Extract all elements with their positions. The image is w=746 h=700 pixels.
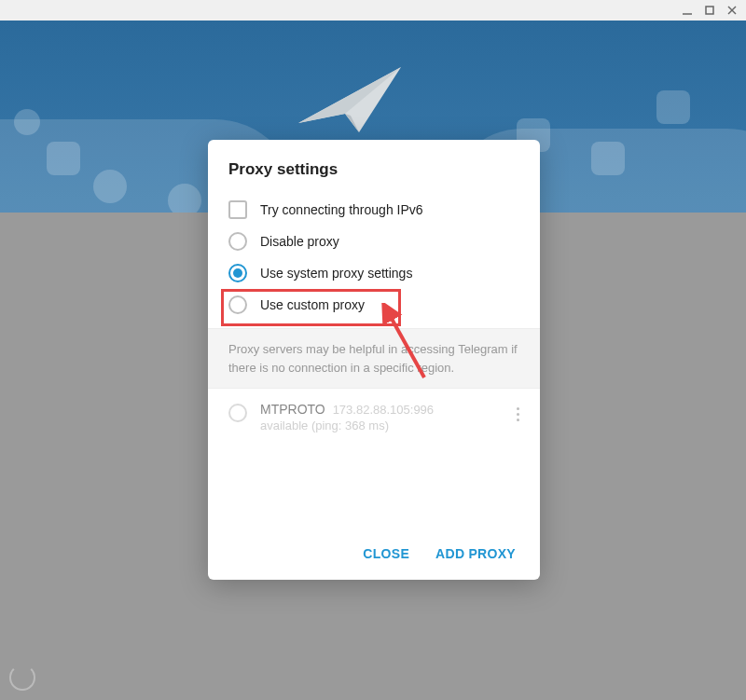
- photo-icon: [591, 142, 625, 175]
- proxy-item[interactable]: MTPROTO 173.82.88.105:996 available (pin…: [228, 402, 527, 432]
- proxy-protocol: MTPROTO: [260, 402, 325, 417]
- option-disable-proxy[interactable]: Disable proxy: [228, 226, 519, 257]
- proxy-settings-dialog: Proxy settings Try connecting through IP…: [208, 140, 540, 580]
- proxy-info-text: Proxy servers may be helpful in accessin…: [208, 328, 540, 389]
- paper-plane-icon: [289, 58, 410, 142]
- more-options-icon[interactable]: [508, 402, 527, 421]
- option-custom-proxy[interactable]: Use custom proxy: [228, 289, 519, 321]
- minimize-button[interactable]: [681, 4, 694, 17]
- radio-icon: [228, 232, 247, 251]
- proxy-status: available (ping: 368 ms): [260, 419, 508, 432]
- loading-spinner-icon[interactable]: [9, 665, 35, 691]
- dialog-footer: CLOSE ADD PROXY: [208, 529, 540, 580]
- maximize-button[interactable]: [703, 4, 716, 17]
- camera-icon: [168, 184, 201, 213]
- radio-icon: [228, 295, 247, 314]
- option-label: Use custom proxy: [260, 297, 365, 312]
- checkbox-icon: [228, 200, 247, 219]
- window-titlebar: [0, 0, 746, 21]
- proxy-address: 173.82.88.105:996: [333, 403, 434, 417]
- option-label: Disable proxy: [260, 234, 339, 249]
- proxy-list: MTPROTO 173.82.88.105:996 available (pin…: [208, 389, 540, 529]
- radio-icon: [228, 404, 247, 422]
- proxy-options: Try connecting through IPv6 Disable prox…: [208, 194, 540, 328]
- svg-rect-1: [706, 7, 713, 14]
- dialog-title: Proxy settings: [208, 140, 540, 194]
- lock-icon: [656, 90, 690, 124]
- option-ipv6[interactable]: Try connecting through IPv6: [228, 194, 519, 226]
- option-label: Use system proxy settings: [260, 266, 412, 281]
- close-button[interactable]: CLOSE: [363, 546, 409, 561]
- add-proxy-button[interactable]: ADD PROXY: [435, 546, 516, 561]
- people-icon: [14, 109, 40, 135]
- music-note-icon: [47, 142, 80, 175]
- headphones-icon: [93, 170, 127, 203]
- option-label: Try connecting through IPv6: [260, 202, 423, 217]
- radio-icon: [228, 264, 247, 282]
- close-window-button[interactable]: [725, 4, 739, 17]
- option-system-proxy[interactable]: Use system proxy settings: [228, 257, 519, 289]
